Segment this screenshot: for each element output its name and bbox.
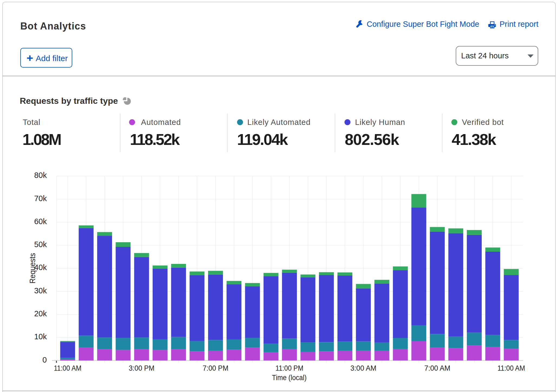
svg-text:3:00 AM: 3:00 AM [350, 364, 376, 372]
svg-text:11:00 AM: 11:00 AM [54, 364, 81, 372]
svg-text:20k: 20k [34, 309, 47, 318]
svg-text:80k: 80k [34, 171, 47, 180]
svg-text:60k: 60k [34, 217, 47, 226]
svg-text:0: 0 [42, 356, 47, 364]
svg-text:Requests: Requests [28, 253, 37, 284]
svg-text:30k: 30k [34, 286, 47, 295]
svg-text:50k: 50k [34, 240, 47, 249]
svg-text:70k: 70k [34, 194, 47, 203]
svg-text:Time (local): Time (local) [272, 373, 307, 382]
svg-text:7:00 PM: 7:00 PM [203, 364, 228, 372]
svg-text:10k: 10k [34, 332, 47, 341]
svg-text:11:00 AM: 11:00 AM [497, 364, 525, 372]
svg-text:7:00 AM: 7:00 AM [424, 364, 450, 372]
svg-text:3:00 PM: 3:00 PM [129, 364, 155, 372]
svg-text:11:00 PM: 11:00 PM [275, 364, 303, 372]
